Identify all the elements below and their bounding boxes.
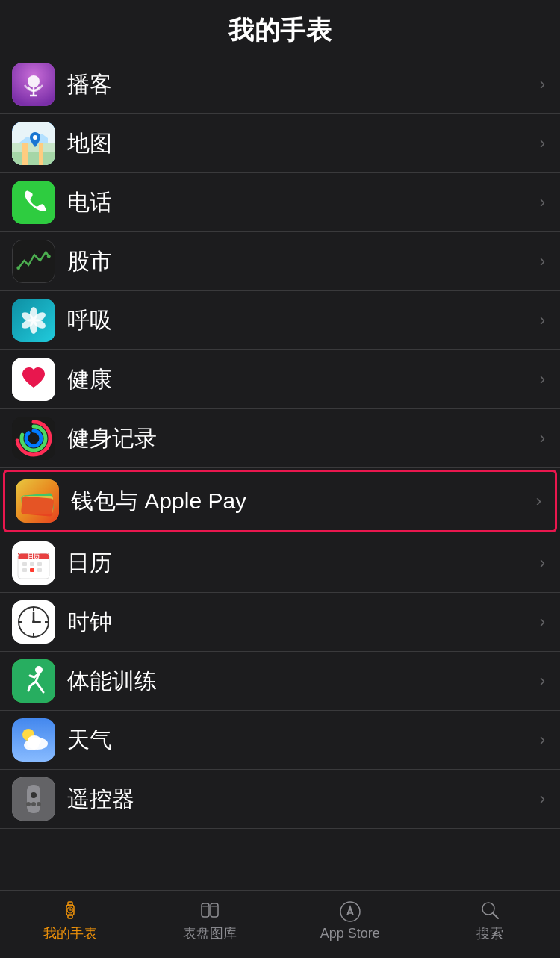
svg-point-1: [28, 75, 40, 87]
stocks-icon: [12, 240, 55, 283]
wallet-icon: [16, 479, 59, 523]
maps-label: 地图: [67, 128, 534, 159]
health-label: 健康: [67, 364, 534, 395]
chevron-icon: ›: [536, 491, 541, 511]
svg-rect-11: [12, 181, 55, 224]
svg-rect-72: [202, 906, 208, 907]
svg-point-60: [31, 792, 37, 798]
tab-app-store[interactable]: App Store: [280, 901, 420, 942]
list-item-stocks[interactable]: 股市 ›: [0, 232, 560, 291]
list-item-podcast[interactable]: 播客 ›: [0, 55, 560, 114]
chevron-icon: ›: [540, 370, 545, 389]
svg-rect-51: [12, 659, 55, 703]
stocks-label: 股市: [67, 246, 534, 277]
breathe-label: 呼吸: [67, 305, 534, 336]
svg-rect-59: [27, 785, 40, 813]
tab-app-store-label: App Store: [320, 926, 380, 942]
svg-rect-40: [37, 568, 42, 572]
chevron-icon: ›: [540, 75, 545, 94]
svg-rect-7: [22, 143, 28, 165]
maps-icon: [12, 122, 55, 165]
tab-my-watch-label: 我的手表: [43, 924, 97, 942]
tab-face-gallery-label: 表盘图库: [183, 924, 237, 942]
chevron-icon: ›: [540, 612, 545, 632]
list-item-activity[interactable]: 健身记录 ›: [0, 409, 560, 468]
tab-face-gallery-icon: [199, 899, 221, 921]
tab-my-watch[interactable]: 我的手表: [0, 899, 140, 942]
calendar-label: 日历: [67, 548, 534, 579]
list-item-calendar[interactable]: 日历 日历 ›: [0, 534, 560, 593]
phone-icon: [12, 181, 55, 224]
svg-point-14: [47, 255, 51, 258]
svg-rect-65: [68, 902, 72, 906]
weather-icon: [12, 718, 55, 762]
list-item-workout[interactable]: 体能训练 ›: [0, 652, 560, 711]
list-item-remote[interactable]: 遥控器 ›: [0, 770, 560, 829]
list-item-breathe[interactable]: 呼吸 ›: [0, 291, 560, 350]
chevron-icon: ›: [540, 671, 545, 691]
activity-icon: [12, 417, 55, 460]
svg-rect-66: [68, 915, 72, 918]
svg-point-57: [28, 735, 41, 746]
list-item-health[interactable]: 健康 ›: [0, 350, 560, 409]
chevron-icon: ›: [540, 789, 545, 809]
svg-line-77: [493, 913, 498, 918]
wallet-label: 钱包与 Apple Pay: [71, 486, 530, 517]
svg-rect-30: [21, 496, 54, 517]
tab-app-store-icon: [339, 901, 361, 923]
list-item-phone[interactable]: 电话 ›: [0, 173, 560, 232]
podcast-icon: [12, 63, 55, 106]
clock-icon: [12, 600, 55, 644]
svg-point-10: [33, 135, 37, 140]
chevron-icon: ›: [540, 252, 545, 271]
svg-rect-35: [22, 562, 27, 566]
app-list: 播客 › 地图 ›: [0, 55, 560, 829]
svg-rect-73: [211, 906, 217, 907]
content-area: 我的手表: [0, 0, 560, 890]
tab-bar: 我的手表 表盘图库 App Store: [0, 890, 560, 958]
tab-search-label: 搜索: [476, 924, 503, 942]
clock-label: 时钟: [67, 607, 534, 638]
svg-point-13: [16, 266, 20, 270]
chevron-icon: ›: [540, 134, 545, 153]
tab-face-gallery[interactable]: 表盘图库: [140, 899, 281, 942]
list-item-clock[interactable]: 时钟 ›: [0, 593, 560, 652]
phone-label: 电话: [67, 187, 534, 218]
list-item-maps[interactable]: 地图 ›: [0, 114, 560, 173]
workout-label: 体能训练: [67, 666, 534, 697]
svg-point-62: [26, 802, 31, 806]
svg-rect-12: [13, 240, 55, 282]
list-item-weather[interactable]: 天气 ›: [0, 711, 560, 770]
svg-point-63: [37, 802, 41, 806]
svg-rect-37: [37, 562, 42, 566]
page-title: 我的手表: [0, 0, 560, 55]
svg-point-61: [31, 802, 36, 806]
svg-rect-70: [202, 903, 209, 917]
remote-label: 遥控器: [67, 784, 534, 815]
tab-my-watch-icon: [59, 899, 81, 921]
svg-rect-38: [22, 568, 27, 572]
chevron-icon: ›: [540, 553, 545, 573]
weather-label: 天气: [67, 725, 534, 756]
workout-icon: [12, 659, 55, 703]
svg-point-50: [32, 620, 35, 623]
chevron-icon: ›: [540, 193, 545, 212]
chevron-icon: ›: [540, 429, 545, 448]
svg-rect-8: [39, 143, 43, 165]
list-item-wallet[interactable]: 钱包与 Apple Pay ›: [3, 470, 557, 532]
svg-rect-39: [30, 568, 34, 572]
tab-search-icon: [479, 899, 501, 921]
tab-search[interactable]: 搜索: [420, 899, 561, 942]
chevron-icon: ›: [540, 730, 545, 750]
podcast-label: 播客: [67, 69, 534, 100]
calendar-icon: 日历: [12, 541, 55, 585]
chevron-icon: ›: [540, 311, 545, 330]
svg-rect-71: [211, 903, 218, 917]
health-icon: [12, 358, 55, 401]
svg-text:日历: 日历: [28, 553, 40, 559]
svg-point-74: [340, 902, 360, 921]
remote-icon: [12, 777, 55, 821]
svg-rect-6: [12, 152, 55, 165]
svg-rect-36: [30, 562, 34, 566]
breathe-icon: [12, 299, 55, 342]
